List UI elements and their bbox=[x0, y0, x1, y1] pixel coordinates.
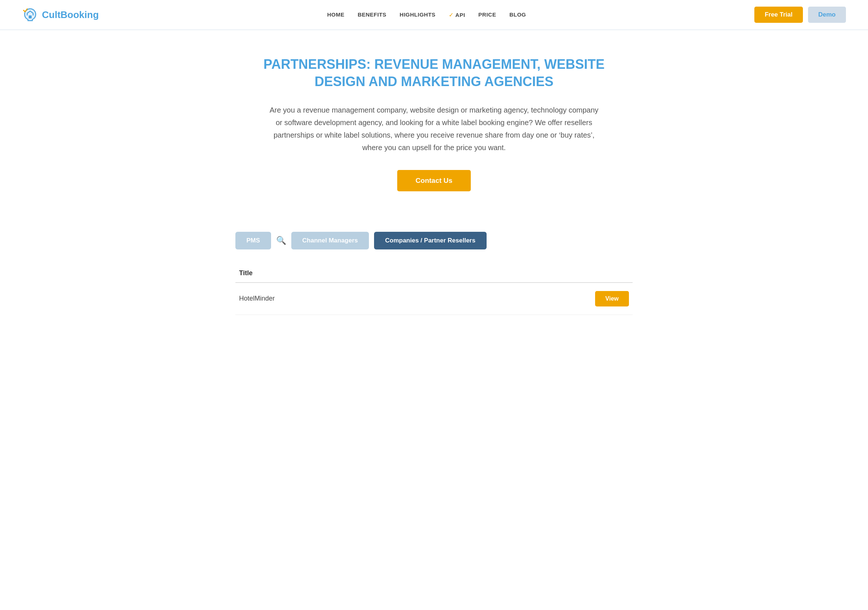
hero-title: PARTNERSHIPS: REVENUE MANAGEMENT, WEBSIT… bbox=[257, 56, 611, 90]
nav-links: HOME BENEFITS HIGHLIGHTS ✓ API PRICE BLO… bbox=[327, 11, 526, 19]
search-button[interactable]: 🔍 bbox=[276, 236, 286, 245]
search-icon: 🔍 bbox=[276, 236, 286, 245]
table-row: HotelMinder View bbox=[236, 282, 632, 315]
tabs-row: PMS 🔍 Channel Managers Companies / Partn… bbox=[236, 232, 632, 250]
check-icon: ✓ bbox=[449, 11, 454, 19]
free-trial-button[interactable]: Free Trial bbox=[754, 7, 803, 23]
col-title: Title bbox=[236, 264, 438, 282]
logo-icon bbox=[22, 7, 38, 23]
logo[interactable]: CultBooking bbox=[22, 7, 99, 23]
partner-title: HotelMinder bbox=[236, 282, 438, 315]
svg-rect-0 bbox=[29, 16, 32, 19]
nav-item-highlights[interactable]: HIGHLIGHTS bbox=[400, 11, 436, 18]
view-button[interactable]: View bbox=[595, 291, 629, 306]
hero-section: PARTNERSHIPS: REVENUE MANAGEMENT, WEBSIT… bbox=[213, 30, 655, 210]
nav-item-price[interactable]: PRICE bbox=[479, 11, 496, 18]
demo-button[interactable]: Demo bbox=[808, 7, 846, 23]
nav-buttons: Free Trial Demo bbox=[754, 7, 846, 23]
contact-us-button[interactable]: Contact Us bbox=[397, 170, 471, 191]
nav-item-benefits[interactable]: BENEFITS bbox=[358, 11, 386, 18]
nav-item-api[interactable]: ✓ API bbox=[449, 11, 465, 19]
logo-text: CultBooking bbox=[42, 9, 99, 20]
tab-companies[interactable]: Companies / Partner Resellers bbox=[374, 232, 487, 250]
tab-channel-managers[interactable]: Channel Managers bbox=[291, 232, 369, 250]
nav-item-blog[interactable]: BLOG bbox=[509, 11, 526, 18]
tabs-section: PMS 🔍 Channel Managers Companies / Partn… bbox=[213, 232, 655, 315]
hero-description: Are you a revenue management company, we… bbox=[268, 104, 600, 154]
nav-item-home[interactable]: HOME bbox=[327, 11, 344, 18]
partners-table: Title HotelMinder View bbox=[236, 264, 632, 315]
navbar: CultBooking HOME BENEFITS HIGHLIGHTS ✓ A… bbox=[0, 0, 868, 30]
tab-pms[interactable]: PMS bbox=[236, 232, 271, 250]
